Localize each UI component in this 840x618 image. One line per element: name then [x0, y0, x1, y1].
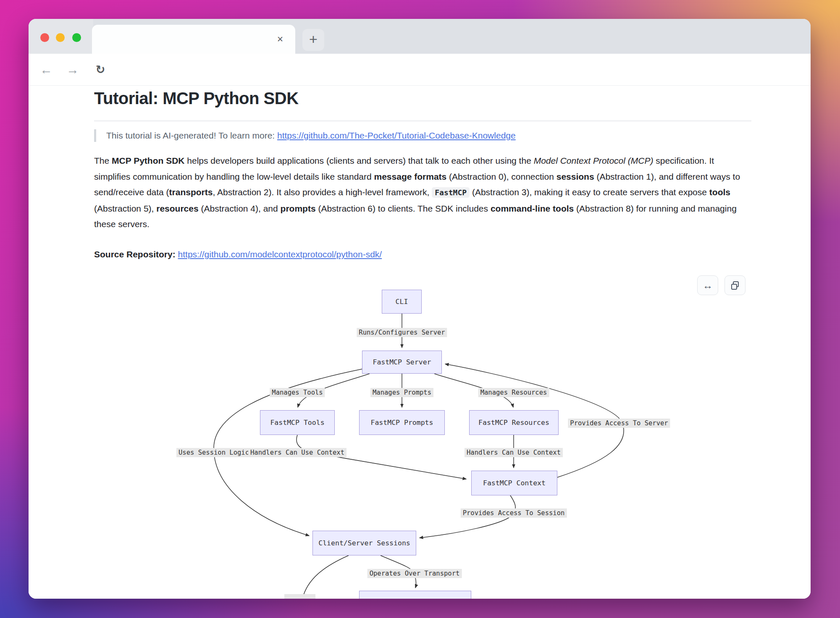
new-tab-button[interactable]: +	[302, 29, 324, 51]
browser-tab[interactable]: ✕	[92, 25, 295, 54]
clipped-edge-label	[284, 594, 315, 599]
forward-icon[interactable]: →	[62, 54, 84, 86]
tab-strip: ✕ +	[29, 19, 811, 54]
source-repository-line: Source Repository: https://github.com/mo…	[94, 249, 382, 259]
diagram-node-sessions: Client/Server Sessions	[312, 531, 416, 555]
edge-label-uses_session: Uses Session Logic	[176, 448, 251, 457]
edge-label-operates_transport: Operates Over Transport	[368, 569, 462, 578]
edge-label-provides_server: Provides Access To Server	[568, 419, 670, 428]
edge-label-manages_resources: Manages Resources	[478, 388, 549, 397]
ai-note-blockquote: This tutorial is AI-generated! To learn …	[94, 129, 751, 142]
page-content: Tutorial: MCP Python SDK This tutorial i…	[29, 86, 811, 599]
source-repository-link[interactable]: https://github.com/modelcontextprotocol/…	[178, 249, 382, 259]
browser-window: ✕ + ← → ↻ Tutorial: MCP Python SDK This …	[29, 19, 811, 599]
tab-close-icon[interactable]: ✕	[274, 34, 286, 45]
diagram-node-tools: FastMCP Tools	[260, 410, 335, 435]
close-window-button[interactable]	[40, 33, 49, 42]
minimize-window-button[interactable]	[56, 33, 65, 42]
title-divider	[94, 120, 751, 121]
intro-paragraph: The MCP Python SDK helps developers buil…	[94, 153, 753, 232]
note-text: This tutorial is AI-generated! To learn …	[106, 131, 277, 140]
edge-label-handlers_right: Handlers Can Use Context	[465, 448, 563, 457]
back-icon[interactable]: ←	[35, 54, 57, 86]
zoom-window-button[interactable]	[72, 33, 81, 42]
edge-label-provides_session: Provides Access To Session	[461, 508, 567, 518]
source-repository-label: Source Repository:	[94, 249, 178, 259]
diagram-node-context: FastMCP Context	[471, 471, 557, 495]
tutorial-codebase-link[interactable]: https://github.com/The-Pocket/Tutorial-C…	[277, 131, 516, 140]
flowchart-diagram: CLIFastMCP ServerFastMCP ToolsFastMCP Pr…	[29, 271, 811, 599]
page-title: Tutorial: MCP Python SDK	[94, 89, 299, 108]
edge-label-handlers_left: Handlers Can Use Context	[248, 448, 346, 457]
diagram-node-server: FastMCP Server	[362, 351, 442, 374]
reload-icon[interactable]: ↻	[89, 54, 111, 86]
diagram-node-cli: CLI	[382, 290, 422, 314]
diagram-node-prompts: FastMCP Prompts	[359, 410, 445, 435]
diagram-node-resources: FastMCP Resources	[469, 410, 559, 435]
edge-label-runs_configures: Runs/Configures Server	[357, 328, 447, 337]
navigation-bar: ← → ↻	[29, 54, 811, 86]
diagram-node-transport	[359, 591, 471, 599]
edge-label-manages_prompts: Manages Prompts	[370, 388, 433, 397]
edge-label-manages_tools: Manages Tools	[270, 388, 325, 397]
